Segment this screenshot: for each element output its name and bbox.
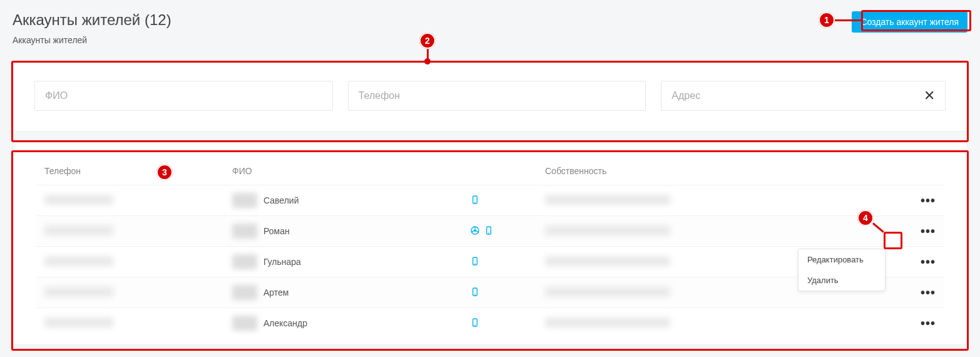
menu-edit[interactable]: Редактировать [799,249,885,270]
row-context-menu: Редактировать Удалить [798,249,886,291]
row-actions-button[interactable]: ••• [921,316,936,330]
steering-icon [470,225,480,237]
row-name: Гульнара [263,257,301,267]
breadcrumb: Аккаунты жителей [13,35,171,45]
phone-blurred [44,287,113,297]
phone-blurred [44,225,113,235]
filter-panel: ✕ [13,60,967,132]
row-actions-button[interactable]: ••• [921,286,936,299]
row-actions-button[interactable]: ••• [921,194,936,207]
avatar-blurred [232,285,257,300]
avatar-blurred [232,254,257,269]
clear-address-icon[interactable]: ✕ [920,88,939,104]
mobile-icon [470,287,480,299]
property-blurred [545,225,670,235]
property-blurred [545,318,670,328]
mobile-icon [484,225,494,237]
row-name: Александр [263,318,307,328]
table-header: Телефон ФИО Собственность [36,161,944,185]
row-name: Артем [263,287,288,298]
property-blurred [545,256,670,266]
phone-blurred [44,318,113,328]
row-name: Савелий [263,195,299,205]
table-panel: Телефон ФИО Собственность Савелий•••Рома… [13,143,967,345]
avatar-blurred [232,224,257,239]
svg-point-3 [474,229,476,231]
table-row[interactable]: Савелий••• [36,185,944,215]
page-title: Аккаунты жителей (12) [13,11,171,29]
mobile-icon [470,318,480,329]
filter-phone-input[interactable] [348,81,646,111]
col-header-name: ФИО [232,166,470,176]
table-row[interactable]: Роман••• [36,215,944,246]
property-blurred [545,287,670,297]
mobile-icon [470,195,480,207]
property-blurred [545,195,670,205]
create-account-button[interactable]: Создать аккаунт жителя [852,11,967,33]
row-actions-button[interactable]: ••• [921,224,936,238]
mobile-icon [470,256,480,268]
menu-delete[interactable]: Удалить [799,270,885,291]
col-header-phone: Телефон [44,166,232,176]
col-header-property: Собственность [545,166,898,176]
row-actions-button[interactable]: ••• [921,255,936,269]
avatar-blurred [232,316,257,331]
filter-address-wrap: ✕ [661,81,946,111]
table-row[interactable]: Александр••• [36,308,944,338]
row-name: Роман [263,226,290,236]
phone-blurred [44,256,113,266]
avatar-blurred [232,193,257,208]
filter-address-input[interactable] [661,81,920,110]
phone-blurred [44,195,113,205]
filter-name-input[interactable] [34,81,333,111]
